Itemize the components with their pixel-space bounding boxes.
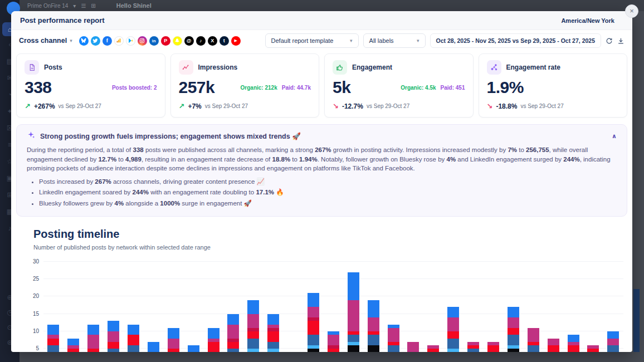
snapchat-icon[interactable] <box>173 36 182 46</box>
segment-youtube[interactable] <box>67 349 79 352</box>
segment-facebook[interactable] <box>67 339 79 346</box>
segment-instagram[interactable] <box>227 325 239 339</box>
segment-youtube[interactable] <box>128 335 139 345</box>
stacked-bar-23-nov[interactable] <box>568 335 579 352</box>
segment-facebook[interactable] <box>208 328 219 339</box>
segment-instagram[interactable] <box>607 339 619 346</box>
segment-facebook[interactable] <box>247 300 259 314</box>
stacked-bar-30-oct[interactable] <box>87 325 99 352</box>
segment-facebook[interactable] <box>568 335 579 342</box>
segment-tiktok[interactable] <box>368 345 379 352</box>
template-select[interactable]: Default report template ▾ <box>265 33 359 48</box>
date-range-picker[interactable]: Oct 28, 2025 - Nov 25, 2025 vs Sep 29, 2… <box>430 33 601 48</box>
stacked-bar-22-nov[interactable] <box>548 339 559 352</box>
stacked-bar-15-nov[interactable] <box>407 342 419 352</box>
segment-linkedin[interactable] <box>447 339 459 349</box>
stacked-bar-21-nov[interactable] <box>528 328 539 352</box>
stacked-bar-16-nov[interactable] <box>427 345 439 352</box>
stacked-bar-8-nov[interactable] <box>267 314 279 352</box>
stacked-bar-4-nov[interactable] <box>188 345 199 352</box>
segment-facebook[interactable] <box>188 345 199 352</box>
segment-linkedin[interactable] <box>267 342 279 349</box>
segment-youtube[interactable] <box>587 349 599 352</box>
stacked-bar-3-nov[interactable] <box>168 328 179 352</box>
stacked-bar-5-nov[interactable] <box>208 328 219 352</box>
segment-linkedin[interactable] <box>128 345 139 352</box>
segment-facebook[interactable] <box>607 331 619 339</box>
segment-instagram[interactable] <box>247 314 259 328</box>
segment-linkedin[interactable] <box>607 345 619 352</box>
stacked-bar-28-oct[interactable] <box>47 325 59 352</box>
channel-selector[interactable]: Cross channel ▾ <box>19 37 72 45</box>
segment-youtube[interactable] <box>208 342 219 352</box>
refresh-icon[interactable] <box>606 37 613 45</box>
segment-linkedin[interactable] <box>108 349 119 352</box>
chevron-down-icon[interactable]: ▾ <box>73 3 76 9</box>
segment-facebook[interactable] <box>447 307 459 317</box>
stacked-bar-2-nov[interactable] <box>148 342 159 352</box>
segment-linkedin[interactable] <box>47 345 59 352</box>
stacked-bar-19-nov[interactable] <box>487 342 499 352</box>
google-business-icon[interactable] <box>126 36 135 46</box>
segment-youtube[interactable] <box>247 331 259 339</box>
segment-youtube[interactable] <box>87 349 99 352</box>
segment-instagram[interactable] <box>508 317 519 328</box>
segment-linkedin[interactable] <box>308 335 319 345</box>
segment-instagram[interactable] <box>308 307 319 317</box>
segment-facebook[interactable] <box>87 325 99 335</box>
stacked-bar-11-nov[interactable] <box>328 331 339 352</box>
scrollbar-thumb[interactable] <box>633 289 640 352</box>
stacked-bar-6-nov[interactable] <box>227 314 239 352</box>
segment-youtube[interactable] <box>508 328 519 335</box>
segment-facebook[interactable] <box>128 325 139 335</box>
stacked-bar-25-nov[interactable] <box>607 331 619 352</box>
facebook-icon[interactable]: f <box>103 36 112 46</box>
segment-facebook[interactable] <box>368 300 379 317</box>
stacked-bar-1-nov[interactable] <box>128 325 139 352</box>
segment-youtube[interactable] <box>168 349 179 352</box>
segment-linkedin[interactable] <box>348 335 359 342</box>
close-button[interactable]: × <box>625 4 638 18</box>
tiktok-icon[interactable]: ♪ <box>196 36 206 46</box>
stacked-bar-20-nov[interactable] <box>508 307 519 352</box>
segment-instagram[interactable] <box>548 339 559 346</box>
segment-tiktok[interactable] <box>348 345 359 352</box>
stacked-bar-17-nov[interactable] <box>447 307 459 352</box>
segment-youtube[interactable] <box>267 331 279 342</box>
stacked-bar-24-nov[interactable] <box>587 345 599 352</box>
instagram-icon[interactable] <box>138 36 147 46</box>
collapse-chevron-icon[interactable]: ∧ <box>612 133 617 140</box>
segment-facebook[interactable] <box>108 321 119 331</box>
segment-linkedin[interactable] <box>508 335 519 345</box>
segment-youtube[interactable] <box>427 349 439 352</box>
segment-instagram[interactable] <box>528 328 539 342</box>
segment-facebook[interactable] <box>348 272 359 300</box>
sidebar-icon[interactable]: ‹ <box>9 41 11 48</box>
threads-icon[interactable]: @ <box>184 36 194 46</box>
segment-linkedin[interactable] <box>247 339 259 349</box>
segment-instagram[interactable] <box>388 328 399 342</box>
segment-instagram[interactable] <box>168 339 179 349</box>
segment-instagram[interactable] <box>368 317 379 331</box>
segment-youtube[interactable] <box>328 349 339 352</box>
apps-icon[interactable]: ⊞ <box>91 3 95 9</box>
youtube-icon[interactable]: ▶ <box>231 36 241 46</box>
twitter-icon[interactable] <box>91 36 100 46</box>
timezone-label[interactable]: America/New York <box>561 17 614 24</box>
segment-youtube[interactable] <box>108 342 119 349</box>
stacked-bar-13-nov[interactable] <box>368 300 379 352</box>
segment-linkedin[interactable] <box>467 349 479 352</box>
stacked-bar-12-nov[interactable] <box>348 272 359 352</box>
download-icon[interactable] <box>617 37 625 45</box>
segment-instagram[interactable] <box>108 331 119 342</box>
workspace-label[interactable]: Prime OnFire 14 <box>27 3 68 9</box>
segment-youtube[interactable] <box>568 345 579 352</box>
x-icon[interactable]: X <box>208 36 217 46</box>
stacked-bar-31-oct[interactable] <box>108 321 119 352</box>
tumblr-icon[interactable]: t <box>219 36 229 46</box>
segment-instagram[interactable] <box>447 317 459 331</box>
menu-icon[interactable]: ☰ <box>81 3 86 9</box>
segment-youtube[interactable] <box>308 321 319 335</box>
bluesky-icon[interactable] <box>79 36 89 46</box>
segment-linkedin[interactable] <box>368 335 379 345</box>
